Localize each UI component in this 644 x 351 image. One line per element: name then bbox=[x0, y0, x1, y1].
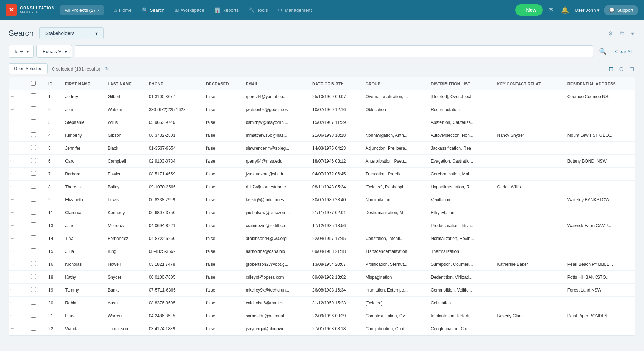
row-select-checkbox[interactable] bbox=[31, 171, 36, 176]
row-select-checkbox[interactable] bbox=[31, 197, 36, 202]
cell-firstname: Robin bbox=[61, 297, 103, 309]
top-navigation: ✕ CONSULTATION MANAGER All Projects (2) … bbox=[0, 0, 644, 20]
row-expand-arrow[interactable]: ↪ bbox=[9, 181, 27, 193]
row-expand-arrow[interactable]: ↪ bbox=[9, 309, 27, 322]
new-button[interactable]: + New bbox=[515, 4, 543, 16]
row-select-checkbox[interactable] bbox=[31, 222, 36, 227]
refresh-icon[interactable]: ↻ bbox=[105, 66, 109, 72]
nav-reports[interactable]: 📊 Reports bbox=[210, 4, 243, 16]
support-button[interactable]: 💬 Support bbox=[604, 5, 638, 15]
col-header-dob[interactable]: DATE OF BIRTH bbox=[308, 77, 361, 90]
cell-distlist: Commolition, Volitio... bbox=[426, 284, 493, 297]
row-select-checkbox[interactable] bbox=[31, 132, 36, 137]
row-checkbox-cell bbox=[27, 181, 44, 193]
row-expand-arrow[interactable]: ↪ bbox=[9, 155, 27, 168]
row-expand-arrow[interactable]: ↪ bbox=[9, 142, 27, 155]
chart-view-icon[interactable]: ⊙ bbox=[618, 64, 625, 74]
row-expand-arrow[interactable]: ↪ bbox=[9, 129, 27, 142]
cell-keycontact bbox=[493, 116, 563, 129]
row-select-checkbox[interactable] bbox=[31, 261, 36, 266]
cell-deceased: false bbox=[202, 258, 241, 271]
row-expand-arrow[interactable]: ↪ bbox=[9, 206, 27, 219]
row-select-checkbox[interactable] bbox=[31, 287, 36, 292]
cell-lastname: King bbox=[103, 245, 145, 258]
cell-group: Destigmatization, M... bbox=[361, 206, 426, 219]
nav-workspace[interactable]: ⊞ Workspace bbox=[170, 4, 209, 16]
col-header-address[interactable]: RESIDENTIAL ADDRESS bbox=[563, 77, 635, 90]
grid-view-icon[interactable]: ⊞ bbox=[607, 64, 615, 74]
row-expand-arrow[interactable]: ↪ bbox=[9, 219, 27, 232]
row-expand-arrow[interactable]: ↪ bbox=[9, 258, 27, 271]
open-selected-button[interactable]: Open Selected bbox=[9, 63, 48, 74]
row-expand-arrow[interactable]: ↪ bbox=[9, 103, 27, 116]
settings-icon[interactable]: ⚙ bbox=[606, 29, 614, 38]
row-select-checkbox[interactable] bbox=[31, 235, 36, 240]
row-expand-arrow[interactable]: ↪ bbox=[9, 232, 27, 245]
nav-home[interactable]: ⌂ Home bbox=[109, 4, 136, 16]
cell-group: Nonnavigation, Anth... bbox=[361, 129, 426, 142]
row-expand-arrow[interactable]: ↪ bbox=[9, 193, 27, 206]
row-select-checkbox[interactable] bbox=[31, 274, 36, 279]
cell-keycontact bbox=[493, 168, 563, 181]
row-select-checkbox[interactable] bbox=[31, 210, 36, 215]
cell-lastname: Lewis bbox=[103, 193, 145, 206]
row-select-checkbox[interactable] bbox=[31, 119, 36, 124]
mail-icon-button[interactable]: ✉ bbox=[547, 5, 555, 15]
row-expand-arrow[interactable]: ↪ bbox=[9, 90, 27, 103]
row-expand-arrow[interactable]: ↪ bbox=[9, 116, 27, 129]
col-header-id[interactable]: ID bbox=[44, 77, 61, 90]
clear-all-button[interactable]: Clear All bbox=[613, 47, 635, 56]
row-expand-arrow[interactable]: ↪ bbox=[9, 271, 27, 284]
row-select-checkbox[interactable] bbox=[31, 93, 36, 98]
col-header-lastname[interactable]: LAST NAME bbox=[103, 77, 145, 90]
cell-distlist: Thermalization bbox=[426, 245, 493, 258]
brand-logo[interactable]: ✕ CONSULTATION MANAGER bbox=[6, 4, 55, 16]
col-header-firstname[interactable]: FIRST NAME bbox=[61, 77, 103, 90]
cell-group: Adjunction, Prelibera... bbox=[361, 142, 426, 155]
field-dropdown[interactable]: Id bbox=[13, 48, 24, 54]
page-title: Search bbox=[9, 29, 34, 38]
expand-icon[interactable]: ▾ bbox=[630, 29, 635, 38]
row-checkbox-cell bbox=[27, 258, 44, 271]
col-header-deceased[interactable]: DECEASED bbox=[202, 77, 241, 90]
row-expand-arrow[interactable]: ↪ bbox=[9, 284, 27, 297]
cell-lastname: Bailey bbox=[103, 181, 145, 193]
row-select-checkbox[interactable] bbox=[31, 184, 36, 189]
row-expand-arrow[interactable]: ↪ bbox=[9, 168, 27, 181]
row-expand-arrow[interactable]: ↪ bbox=[9, 245, 27, 258]
row-select-checkbox[interactable] bbox=[31, 158, 36, 163]
cell-distlist: Evagation, Castratio... bbox=[426, 155, 493, 168]
filter-value-input[interactable] bbox=[75, 45, 593, 57]
row-select-checkbox[interactable] bbox=[31, 248, 36, 253]
col-header-distlist[interactable]: DISTRIBUTION LIST bbox=[426, 77, 493, 90]
row-select-checkbox[interactable] bbox=[31, 106, 36, 111]
user-menu-button[interactable]: User John ▾ bbox=[575, 8, 600, 13]
search-submit-button[interactable]: 🔍 bbox=[596, 46, 610, 57]
cell-id: 14 bbox=[44, 232, 61, 245]
copy-icon[interactable]: ⧉ bbox=[619, 29, 625, 38]
cell-id: 13 bbox=[44, 219, 61, 232]
map-view-icon[interactable]: ⊡ bbox=[628, 64, 635, 74]
field-select[interactable]: Id ▾ bbox=[9, 45, 34, 58]
nav-tools[interactable]: 🔧 Tools bbox=[244, 4, 272, 16]
row-select-checkbox[interactable] bbox=[31, 326, 36, 331]
cell-firstname: Kimberly bbox=[61, 129, 103, 142]
operator-dropdown[interactable]: Equals bbox=[41, 48, 63, 54]
operator-select[interactable]: Equals ▾ bbox=[36, 45, 72, 58]
col-header-email[interactable]: EMAIL bbox=[241, 77, 308, 90]
cell-deceased: false bbox=[202, 168, 241, 181]
row-select-checkbox[interactable] bbox=[31, 145, 36, 150]
stakeholder-dropdown[interactable]: Stakeholders ▾ bbox=[39, 27, 104, 39]
row-expand-arrow[interactable]: ↪ bbox=[9, 297, 27, 309]
row-select-checkbox[interactable] bbox=[31, 313, 36, 318]
col-header-keycontact[interactable]: KEY CONTACT RELAT... bbox=[493, 77, 563, 90]
nav-management[interactable]: ⚙ Management bbox=[274, 4, 316, 16]
nav-search[interactable]: 🔍 Search bbox=[137, 4, 169, 16]
project-selector[interactable]: All Projects (2) ▾ bbox=[60, 5, 104, 15]
row-select-checkbox[interactable] bbox=[31, 300, 36, 305]
col-header-phone[interactable]: PHONE bbox=[145, 77, 202, 90]
col-header-group[interactable]: GROUP bbox=[361, 77, 426, 90]
bell-icon-button[interactable]: 🔔 bbox=[560, 5, 570, 15]
select-all-checkbox[interactable] bbox=[31, 81, 36, 86]
row-expand-arrow[interactable]: ↪ bbox=[9, 322, 27, 335]
